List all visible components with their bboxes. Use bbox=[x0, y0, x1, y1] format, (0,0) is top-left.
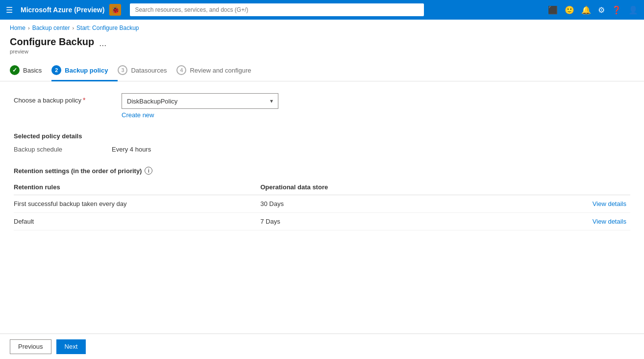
menu-icon[interactable]: ☰ bbox=[6, 5, 13, 15]
notifications-icon[interactable]: 🔔 bbox=[581, 5, 591, 15]
more-options-button[interactable]: ... bbox=[99, 36, 106, 49]
breadcrumb-home[interactable]: Home bbox=[10, 25, 25, 31]
page-header: Configure Backup preview ... bbox=[0, 34, 644, 60]
top-nav-icons: ⬛ 🙂 🔔 ⚙ ❓ 👤 bbox=[548, 5, 638, 15]
settings-icon[interactable]: ⚙ bbox=[598, 5, 605, 15]
step-label-basics: Basics bbox=[23, 67, 42, 74]
bug-symbol: 🐞 bbox=[111, 6, 120, 14]
retention-table-body: First successful backup taken every day … bbox=[14, 195, 630, 231]
table-row: First successful backup taken every day … bbox=[14, 195, 630, 213]
table-row: Default 7 Days View details bbox=[14, 213, 630, 231]
required-indicator: * bbox=[83, 96, 85, 104]
dropdown-chevron-icon: ▾ bbox=[270, 98, 273, 104]
step-tab-backup-policy[interactable]: 2 Backup policy bbox=[51, 60, 118, 81]
backup-schedule-value: Every 4 hours bbox=[112, 146, 151, 153]
step-label-backup-policy: Backup policy bbox=[65, 67, 108, 74]
breadcrumb-sep-2: › bbox=[72, 25, 74, 31]
step-circle-basics: ✓ bbox=[10, 65, 20, 75]
steps-bar: ✓ Basics 2 Backup policy 3 Datasources 4… bbox=[0, 60, 644, 81]
policy-control-wrap: DiskBackupPolicy ▾ Create new bbox=[122, 93, 278, 119]
policy-label-text: Choose a backup policy bbox=[14, 97, 81, 104]
create-new-link[interactable]: Create new bbox=[122, 111, 278, 119]
step-label-review: Review and configure bbox=[190, 67, 251, 74]
row-2-view-details-link[interactable]: View details bbox=[593, 218, 626, 225]
breadcrumb-configure-backup[interactable]: Start: Configure Backup bbox=[76, 25, 139, 31]
step-label-datasources: Datasources bbox=[131, 67, 167, 74]
backup-schedule-row: Backup schedule Every 4 hours bbox=[14, 146, 630, 153]
breadcrumb: Home › Backup center › Start: Configure … bbox=[0, 20, 644, 34]
policy-selected-value: DiskBackupPolicy bbox=[127, 98, 177, 105]
retention-info-icon[interactable]: i bbox=[145, 167, 152, 175]
policy-dropdown[interactable]: DiskBackupPolicy ▾ bbox=[122, 93, 278, 109]
step-circle-datasources: 3 bbox=[118, 65, 127, 75]
row-1-action: View details bbox=[476, 195, 630, 213]
col-header-action bbox=[476, 180, 630, 195]
search-bar[interactable] bbox=[130, 3, 424, 16]
bug-icon: 🐞 bbox=[109, 4, 121, 16]
row-1-view-details-link[interactable]: View details bbox=[593, 200, 626, 207]
page-title: Configure Backup bbox=[10, 36, 94, 48]
help-icon[interactable]: ❓ bbox=[612, 5, 621, 15]
breadcrumb-sep-1: › bbox=[28, 25, 30, 31]
col-header-store: Operational data store bbox=[260, 180, 476, 195]
feedback-icon[interactable]: 🙂 bbox=[565, 5, 574, 15]
policy-form-row: Choose a backup policy * DiskBackupPolic… bbox=[14, 93, 630, 119]
col-header-rules: Retention rules bbox=[14, 180, 260, 195]
policy-label: Choose a backup policy * bbox=[14, 93, 112, 104]
row-1-store: 30 Days bbox=[260, 195, 476, 213]
row-2-action: View details bbox=[476, 213, 630, 231]
step-tab-datasources[interactable]: 3 Datasources bbox=[118, 60, 176, 81]
policy-details-section-title: Selected policy details bbox=[14, 132, 630, 140]
top-nav: ☰ Microsoft Azure (Preview) 🐞 ⬛ 🙂 🔔 ⚙ ❓ … bbox=[0, 0, 644, 20]
cloud-shell-icon[interactable]: ⬛ bbox=[548, 5, 558, 15]
breadcrumb-backup-center[interactable]: Backup center bbox=[32, 25, 70, 31]
account-icon[interactable]: 👤 bbox=[628, 5, 638, 15]
step-tab-review[interactable]: 4 Review and configure bbox=[176, 60, 261, 81]
row-1-rule: First successful backup taken every day bbox=[14, 195, 260, 213]
row-2-rule: Default bbox=[14, 213, 260, 231]
preview-label: preview bbox=[10, 49, 94, 54]
backup-schedule-label: Backup schedule bbox=[14, 146, 112, 153]
search-input[interactable] bbox=[135, 6, 419, 13]
page-header-text: Configure Backup preview bbox=[10, 36, 94, 54]
app-title: Microsoft Azure (Preview) bbox=[21, 6, 104, 14]
retention-table-header-row: Retention rules Operational data store bbox=[14, 180, 630, 195]
step-circle-review: 4 bbox=[176, 65, 186, 75]
retention-table: Retention rules Operational data store F… bbox=[14, 180, 630, 231]
retention-title: Retention settings (in the order of prio… bbox=[14, 167, 142, 175]
row-2-store: 7 Days bbox=[260, 213, 476, 231]
main-content: Choose a backup policy * DiskBackupPolic… bbox=[0, 81, 644, 242]
retention-header: Retention settings (in the order of prio… bbox=[14, 167, 630, 175]
step-tab-basics[interactable]: ✓ Basics bbox=[10, 60, 51, 81]
step-circle-backup-policy: 2 bbox=[51, 65, 61, 75]
